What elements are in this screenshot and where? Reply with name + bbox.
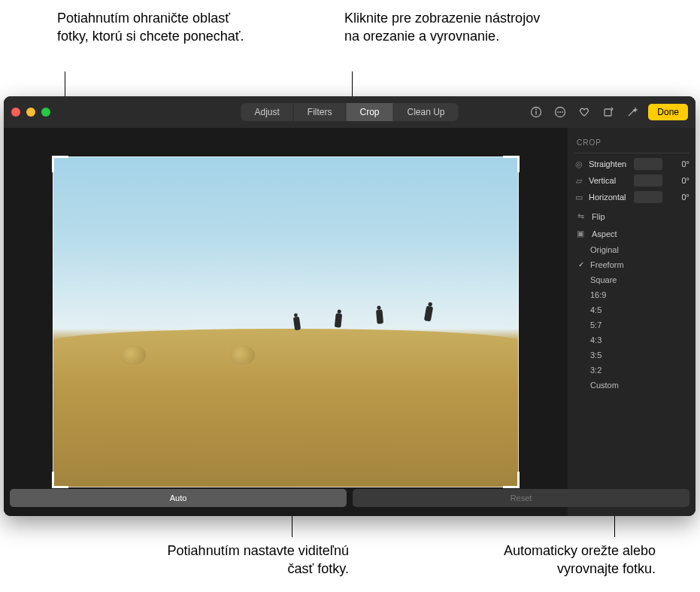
sidebar-title: CROP	[574, 135, 689, 153]
close-window-button[interactable]	[11, 108, 20, 117]
tab-adjust[interactable]: Adjust	[241, 103, 293, 121]
toolbar-right: Done	[528, 104, 688, 120]
aspect-icon: ▣	[575, 229, 586, 238]
straighten-icon: ◎	[574, 159, 584, 169]
crop-frame[interactable]	[53, 156, 519, 487]
done-button[interactable]: Done	[648, 104, 688, 120]
svg-point-2	[535, 109, 537, 111]
callout-drag-photo: Potiahnutím nastavte viditeľnú časť fotk…	[153, 542, 349, 578]
sidebar-bottom-buttons: Auto Reset	[568, 489, 689, 507]
aspect-freeform[interactable]: Freeform	[590, 257, 689, 272]
aspect-3-2[interactable]: 3:2	[590, 363, 689, 378]
photo-preview[interactable]	[53, 156, 519, 487]
vertical-value: 0°	[667, 176, 689, 185]
callout-click-crop: Kliknite pre zobrazenie nástrojov na ore…	[344, 9, 555, 46]
flip-icon: ⇋	[575, 211, 586, 221]
aspect-list: Original Freeform Square 16:9 4:5 5:7 4:…	[574, 242, 689, 393]
aspect-original[interactable]: Original	[590, 242, 689, 257]
aspect-5-7[interactable]: 5:7	[590, 317, 689, 332]
svg-rect-7	[605, 109, 611, 116]
aspect-16-9[interactable]: 16:9	[590, 287, 689, 302]
straighten-slider[interactable]	[634, 158, 662, 170]
callout-drag-corner: Potiahnutím ohraničte oblasť fotky, ktor…	[57, 9, 253, 46]
svg-point-4	[557, 111, 559, 113]
flip-label: Flip	[592, 212, 605, 221]
aspect-label: Aspect	[592, 229, 617, 238]
info-icon[interactable]	[528, 104, 544, 120]
horizontal-row[interactable]: ▭ Horizontal 0°	[574, 191, 689, 203]
aspect-4-3[interactable]: 4:3	[590, 332, 689, 348]
zoom-window-button[interactable]	[41, 108, 50, 117]
horizontal-value: 0°	[667, 193, 689, 202]
vertical-row[interactable]: ▱ Vertical 0°	[574, 175, 689, 187]
window-controls	[11, 108, 50, 117]
photos-edit-window: Adjust Filters Crop Clean Up Done	[4, 96, 695, 516]
crop-sidebar: CROP ◎ Straighten 0° ▱ Vertical 0° ▭ Hor…	[568, 128, 695, 516]
rotate-icon[interactable]	[600, 104, 617, 120]
straighten-value: 0°	[667, 159, 689, 168]
svg-point-6	[562, 111, 563, 113]
edit-mode-tabs: Adjust Filters Crop Clean Up	[241, 103, 458, 121]
tab-crop[interactable]: Crop	[346, 103, 393, 121]
tab-filters[interactable]: Filters	[294, 103, 347, 121]
aspect-3-5[interactable]: 3:5	[590, 348, 689, 363]
vertical-slider[interactable]	[634, 175, 662, 187]
vertical-label: Vertical	[589, 176, 629, 185]
aspect-header[interactable]: ▣ Aspect	[574, 225, 689, 242]
enhance-icon[interactable]	[624, 104, 641, 120]
flip-button[interactable]: ⇋ Flip	[574, 208, 689, 225]
more-icon[interactable]	[552, 104, 568, 120]
minimize-window-button[interactable]	[26, 108, 35, 117]
svg-rect-1	[536, 111, 537, 115]
favorite-icon[interactable]	[576, 104, 592, 120]
svg-point-5	[559, 111, 561, 113]
straighten-label: Straighten	[589, 159, 629, 168]
horizontal-perspective-icon: ▭	[574, 192, 584, 202]
photo-canvas[interactable]	[4, 128, 568, 516]
content-area: CROP ◎ Straighten 0° ▱ Vertical 0° ▭ Hor…	[4, 128, 695, 516]
aspect-square[interactable]: Square	[590, 272, 689, 287]
reset-button[interactable]: Reset	[568, 489, 689, 507]
straighten-row[interactable]: ◎ Straighten 0°	[574, 158, 689, 170]
aspect-custom[interactable]: Custom	[590, 378, 689, 393]
horizontal-label: Horizontal	[589, 193, 629, 202]
callout-auto: Automaticky orežte alebo vyrovnajte fotk…	[460, 542, 656, 578]
tab-cleanup[interactable]: Clean Up	[394, 103, 459, 121]
vertical-perspective-icon: ▱	[574, 175, 584, 186]
horizontal-slider[interactable]	[634, 191, 662, 203]
aspect-4-5[interactable]: 4:5	[590, 302, 689, 317]
titlebar: Adjust Filters Crop Clean Up Done	[4, 96, 695, 128]
